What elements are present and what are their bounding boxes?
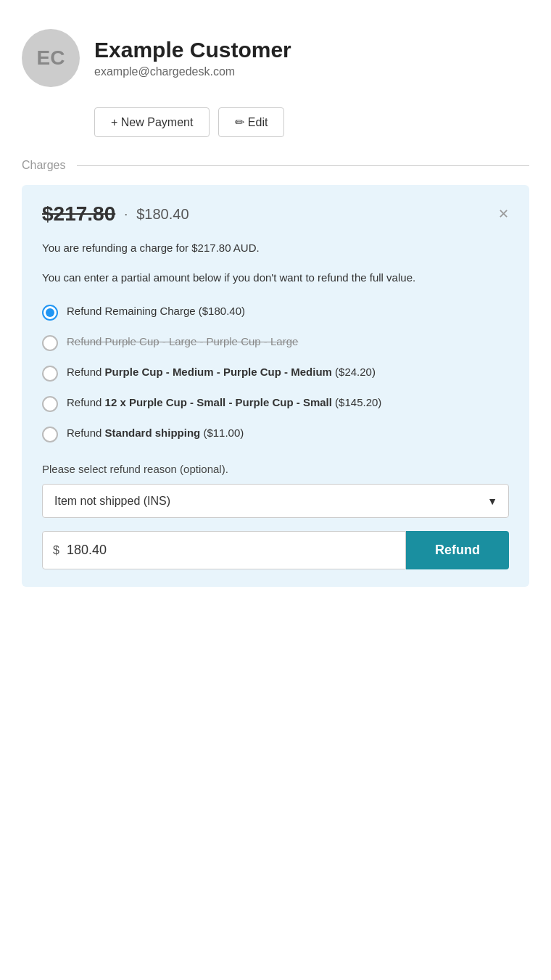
charges-divider [77, 165, 529, 166]
amount-input-wrapper: $ [42, 531, 406, 569]
close-icon: ✕ [498, 207, 509, 221]
avatar-initials: EC [37, 46, 65, 70]
customer-header: EC Example Customer example@chargedesk.c… [22, 29, 529, 87]
charge-card-header: $217.80 · $180.40 ✕ [42, 202, 509, 226]
charge-card: $217.80 · $180.40 ✕ You are refunding a … [22, 185, 529, 587]
new-payment-button[interactable]: + New Payment [94, 107, 210, 137]
customer-email: example@chargedesk.com [94, 65, 291, 78]
radio-option-3[interactable]: Refund Purple Cup - Medium - Purple Cup … [42, 364, 509, 382]
amount-separator: · [124, 207, 128, 222]
action-buttons: + New Payment ✏ Edit [94, 107, 529, 137]
radio-option-2[interactable]: Refund Purple Cup - Large - Purple Cup -… [42, 334, 509, 351]
radio-option-4[interactable]: Refund 12 x Purple Cup - Small - Purple … [42, 395, 509, 412]
radio-label-4: Refund 12 x Purple Cup - Small - Purple … [67, 395, 381, 411]
radio-label-5: Refund Standard shipping ($11.00) [67, 425, 244, 442]
charges-label: Charges [22, 159, 65, 172]
radio-input-2[interactable] [42, 335, 58, 351]
amount-input[interactable] [67, 543, 395, 558]
refund-button[interactable]: Refund [406, 531, 509, 569]
amount-remaining: $180.40 [136, 206, 188, 223]
radio-input-4[interactable] [42, 396, 58, 412]
refund-description-2: You can enter a partial amount below if … [42, 270, 509, 287]
refund-reason-wrapper: Item not shipped (INS) Duplicate Fraudul… [42, 484, 509, 518]
radio-label-3: Refund Purple Cup - Medium - Purple Cup … [67, 364, 376, 381]
radio-group: Refund Remaining Charge ($180.40) Refund… [42, 303, 509, 442]
refund-description-1: You are refunding a charge for $217.80 A… [42, 240, 509, 257]
charges-header: Charges [22, 159, 529, 172]
avatar: EC [22, 29, 80, 87]
amount-dollar-symbol: $ [53, 544, 59, 557]
edit-label: ✏ Edit [235, 115, 268, 129]
radio-label-1: Refund Remaining Charge ($180.40) [67, 303, 245, 320]
charge-amounts: $217.80 · $180.40 [42, 202, 189, 226]
refund-button-label: Refund [435, 543, 480, 557]
new-payment-label: + New Payment [111, 116, 193, 129]
radio-input-3[interactable] [42, 366, 58, 382]
amount-original: $217.80 [42, 202, 115, 226]
refund-reason-select[interactable]: Item not shipped (INS) Duplicate Fraudul… [42, 484, 509, 518]
radio-label-2: Refund Purple Cup - Large - Purple Cup -… [67, 334, 298, 350]
radio-option-1[interactable]: Refund Remaining Charge ($180.40) [42, 303, 509, 321]
edit-button[interactable]: ✏ Edit [218, 107, 284, 137]
close-button[interactable]: ✕ [498, 207, 509, 221]
customer-info: Example Customer example@chargedesk.com [94, 38, 291, 78]
radio-input-5[interactable] [42, 427, 58, 442]
customer-name: Example Customer [94, 38, 291, 62]
radio-input-1[interactable] [42, 305, 58, 321]
radio-option-5[interactable]: Refund Standard shipping ($11.00) [42, 425, 509, 442]
refund-reason-label: Please select refund reason (optional). [42, 463, 509, 475]
refund-row: $ Refund [42, 531, 509, 569]
